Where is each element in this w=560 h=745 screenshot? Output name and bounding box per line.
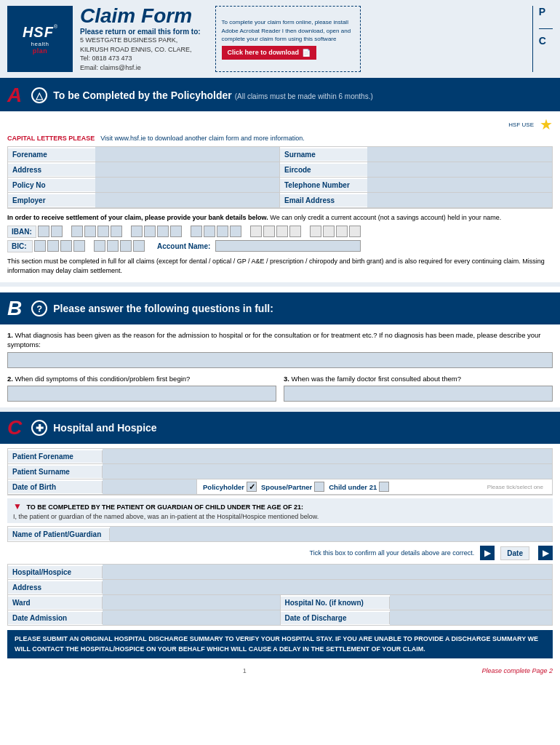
- iban-box-17[interactable]: [276, 226, 288, 237]
- surname-label: Surname: [280, 148, 367, 161]
- iban-box-8[interactable]: [144, 226, 156, 237]
- section-gap-ab: [0, 282, 560, 287]
- iban-box-2[interactable]: [51, 226, 63, 237]
- guardian-title: TO BE COMPLETED BY THE PATIENT OR GUARDI…: [26, 503, 303, 511]
- warning-box: PLEASE SUBMIT AN ORIGINAL HOSPITAL DISCH…: [7, 630, 553, 658]
- email-input[interactable]: [367, 193, 552, 207]
- date-label: Date: [500, 546, 529, 560]
- hospital-name-row: Hospital/Hospice: [8, 565, 552, 580]
- eircode-input[interactable]: [367, 162, 552, 177]
- guardian-name-input[interactable]: [110, 527, 552, 541]
- page: HSF ® health plan Claim Form Please retu…: [0, 0, 560, 745]
- iban-box-21[interactable]: [336, 226, 348, 237]
- bic-box-3[interactable]: [60, 240, 72, 252]
- iban-box-19[interactable]: [310, 226, 321, 237]
- forename-cell: Forename: [8, 147, 280, 162]
- account-name-input[interactable]: [215, 240, 361, 252]
- star-icon: ★: [540, 116, 553, 133]
- section-a-header: A △ To be Completed by the Policyholder …: [0, 79, 560, 111]
- logo-hsf: HSF: [23, 24, 54, 41]
- telephone-input[interactable]: [367, 178, 552, 192]
- question-2: 2. When did symptoms of this condition/p…: [7, 374, 276, 402]
- header: HSF ® health plan Claim Form Please retu…: [0, 0, 560, 79]
- hospital-grid: Hospital/Hospice Address Ward Hospital N…: [7, 564, 553, 626]
- section-a-subtitle: (All claims must be made within 6 months…: [235, 92, 373, 100]
- iban-box-9[interactable]: [157, 226, 169, 237]
- date-arrow-button[interactable]: ▶: [538, 546, 553, 560]
- iban-box-20[interactable]: [323, 226, 335, 237]
- capital-row: CAPITAL LETTERS PLEASE Visit www.hsf.ie …: [7, 135, 553, 142]
- iban-box-5[interactable]: [97, 226, 109, 237]
- confirm-arrow-button[interactable]: ▶: [480, 546, 495, 560]
- iban-box-1[interactable]: [38, 226, 49, 237]
- question-3-input[interactable]: [284, 386, 553, 402]
- iban-box-22[interactable]: [349, 226, 361, 237]
- download-button[interactable]: Click here to download 📄: [222, 46, 317, 60]
- iban-boxes: [38, 226, 361, 237]
- q1-number: 1.: [7, 331, 13, 339]
- q2-number: 2.: [7, 375, 13, 383]
- employer-input[interactable]: [95, 193, 279, 207]
- email-label: Email Address: [280, 194, 367, 207]
- hospital-input[interactable]: [103, 565, 552, 579]
- iban-box-3[interactable]: [71, 226, 83, 237]
- iban-box-15[interactable]: [250, 226, 262, 237]
- ward-input[interactable]: [103, 595, 280, 610]
- guardian-note-header: ▼ TO BE COMPLETED BY THE PATIENT OR GUAR…: [13, 501, 547, 511]
- q3-number: 3.: [284, 375, 289, 383]
- hospital-no-input[interactable]: [390, 595, 553, 610]
- address-line3: Tel: 0818 473 473: [80, 54, 201, 63]
- dob-label: Date of Birth: [8, 481, 103, 493]
- question-1-input[interactable]: [7, 352, 553, 368]
- patient-forename-input[interactable]: [103, 449, 552, 463]
- guardian-note: ▼ TO BE COMPLETED BY THE PATIENT OR GUAR…: [7, 498, 553, 523]
- bic-box-8[interactable]: [133, 240, 145, 252]
- iban-box-18[interactable]: [289, 226, 301, 237]
- dob-input[interactable]: [103, 479, 197, 494]
- question-icon: ?: [31, 300, 47, 316]
- address-input[interactable]: [95, 162, 279, 177]
- question-2-input[interactable]: [7, 386, 276, 402]
- ward-hospital-no-row: Ward Hospital No. (if known): [8, 595, 552, 610]
- bic-box-6[interactable]: [107, 240, 119, 252]
- surname-input[interactable]: [367, 147, 552, 162]
- hsf-use-label: HSF USE: [508, 121, 534, 128]
- bic-box-4[interactable]: [73, 240, 85, 252]
- forename-input[interactable]: [95, 147, 279, 162]
- policy-label: Policy No: [8, 179, 95, 191]
- surname-cell: Surname: [280, 147, 552, 162]
- iban-box-10[interactable]: [170, 226, 182, 237]
- bank-section: In order to receive settlement of your c…: [7, 213, 553, 252]
- iban-box-12[interactable]: [204, 226, 215, 237]
- policyholder-checkbox[interactable]: ✓: [247, 482, 257, 492]
- hsf-use-row: HSF USE ★: [7, 116, 553, 133]
- iban-box-14[interactable]: [230, 226, 241, 237]
- patient-surname-input[interactable]: [103, 464, 552, 479]
- hospital-address-input[interactable]: [103, 580, 552, 594]
- question-1: 1. What diagnosis has been given as the …: [7, 330, 553, 368]
- address-line2: KILRUSH ROAD ENNIS, CO. CLARE,: [80, 45, 201, 55]
- address-cell: Address: [8, 162, 280, 178]
- iban-box-16[interactable]: [263, 226, 275, 237]
- capital-letters-label: CAPITAL LETTERS PLEASE: [7, 135, 95, 142]
- iban-box-4[interactable]: [84, 226, 96, 237]
- bic-box-1[interactable]: [34, 240, 46, 252]
- patient-surname-row: Patient Surname: [8, 464, 552, 479]
- confirm-text: Tick this box to confirm all your detail…: [244, 549, 474, 557]
- iban-box-6[interactable]: [111, 226, 122, 237]
- iban-box-11[interactable]: [191, 226, 202, 237]
- patient-forename-label: Patient Forename: [8, 450, 103, 463]
- child-checkbox[interactable]: [379, 482, 389, 492]
- hospital-address-label: Address: [8, 581, 103, 594]
- address-label: Address: [8, 164, 95, 176]
- bic-box-5[interactable]: [94, 240, 105, 252]
- bic-box-7[interactable]: [120, 240, 132, 252]
- iban-box-13[interactable]: [217, 226, 228, 237]
- date-admission-input[interactable]: [103, 610, 280, 625]
- date-discharge-input[interactable]: [390, 610, 553, 625]
- policy-input[interactable]: [95, 178, 279, 192]
- logo-box: HSF ® health plan: [7, 6, 73, 72]
- spouse-checkbox[interactable]: [314, 482, 324, 492]
- iban-box-7[interactable]: [131, 226, 143, 237]
- bic-box-2[interactable]: [47, 240, 59, 252]
